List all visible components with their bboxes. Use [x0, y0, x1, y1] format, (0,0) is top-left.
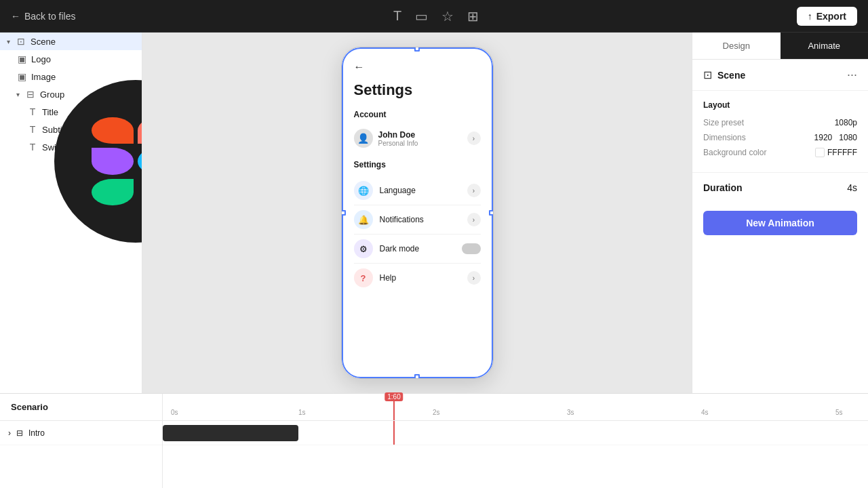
- phone-account-section: Account 👤 John Doe Personal Info ›: [354, 110, 481, 150]
- phone-list-item-language[interactable]: 🌐 Language ›: [354, 176, 481, 205]
- layer-label: Title: [42, 107, 58, 117]
- account-info: John Doe Personal Info: [378, 130, 462, 147]
- timeline-tracks: › ⊟ Intro: [0, 421, 868, 488]
- dimensions-label: Dimensions: [703, 133, 814, 142]
- scene-more-button[interactable]: ···: [847, 68, 857, 82]
- handle-top-right[interactable]: [489, 47, 494, 52]
- size-preset-row: Size preset 1080p: [703, 118, 857, 127]
- phone-back-arrow[interactable]: ←: [354, 61, 481, 73]
- export-button[interactable]: ↑ Export: [797, 7, 857, 26]
- timeline: Scenario 0s 1s 2s 3s 4s 5s 1:60 › ⊟ Intr…: [0, 393, 868, 488]
- right-panel: Design Animate ⊡ Scene ··· Layout Size p…: [692, 33, 868, 393]
- title-layer-icon: T: [27, 106, 38, 117]
- ruler-3s: 3s: [567, 409, 574, 416]
- duration-value: 4s: [847, 182, 857, 193]
- left-panel: ▾ ⊡ Scene ▣ Logo ▣ Image ▾ ⊟ Group T Tit…: [0, 33, 142, 393]
- back-label: Back to files: [24, 11, 75, 22]
- bg-color-value: FFFFFF: [827, 148, 857, 157]
- darkmode-label: Dark mode: [380, 244, 455, 253]
- account-sub: Personal Info: [378, 140, 462, 147]
- figma-logo: [92, 117, 142, 205]
- track-block-intro[interactable]: [163, 425, 298, 441]
- account-name: John Doe: [378, 130, 462, 140]
- export-label: Export: [816, 11, 846, 22]
- layout-section-title: Layout: [703, 100, 857, 110]
- dimension-height: 1080: [839, 133, 857, 142]
- ruler-5s: 5s: [835, 409, 843, 416]
- phone-list-item-darkmode[interactable]: ⚙ Dark mode: [354, 235, 481, 264]
- ruler-4s: 4s: [701, 409, 709, 416]
- track-group-icon: ⊟: [16, 428, 23, 438]
- figma-bot-left-shape: [92, 179, 134, 205]
- layer-label: Scene: [31, 37, 56, 47]
- figma-f-shape: [92, 117, 134, 144]
- help-label: Help: [380, 273, 460, 283]
- language-label: Language: [380, 186, 460, 195]
- phone-inner: ← Settings Account 👤 John Doe Personal I…: [342, 47, 493, 378]
- panel-scene-header: ⊡ Scene ···: [692, 60, 868, 91]
- layer-label: Logo: [31, 54, 51, 64]
- phone-title: Settings: [354, 81, 481, 99]
- help-icon: ?: [354, 268, 373, 287]
- track-labels: › ⊟ Intro: [0, 421, 163, 488]
- export-icon: ↑: [808, 11, 812, 22]
- phone-settings-section: Settings 🌐 Language › 🔔 Notifications ›: [354, 160, 481, 292]
- track-name: Intro: [28, 428, 45, 438]
- panel-content: ⊡ Scene ··· Layout Size preset 1080p Dim…: [692, 60, 868, 393]
- playhead[interactable]: 1:60: [393, 394, 395, 420]
- track-label-intro[interactable]: › ⊟ Intro: [0, 421, 162, 445]
- size-preset-label: Size preset: [703, 118, 835, 127]
- scene-panel-icon: ⊡: [703, 68, 712, 81]
- group-layer-icon: ⊟: [25, 89, 36, 100]
- new-animation-button[interactable]: New Animation: [703, 211, 857, 235]
- account-row: 👤 John Doe Personal Info ›: [354, 126, 481, 150]
- tab-design[interactable]: Design: [692, 33, 781, 59]
- image-tool-button[interactable]: ⊞: [467, 8, 479, 24]
- size-preset-value: 1080p: [835, 118, 857, 127]
- back-to-files-button[interactable]: ← Back to files: [11, 11, 75, 22]
- rect-tool-button[interactable]: ▭: [415, 8, 428, 24]
- handle-bottom-right[interactable]: [489, 374, 494, 379]
- color-swatch: [815, 148, 825, 157]
- text-tool-button[interactable]: T: [393, 8, 401, 24]
- layout-section: Layout Size preset 1080p Dimensions 1920…: [692, 91, 868, 173]
- scene-panel-title: Scene: [717, 70, 842, 81]
- layer-logo[interactable]: ▣ Logo: [0, 50, 142, 68]
- image-layer-icon: ▣: [16, 71, 27, 82]
- duration-row: Duration 4s: [692, 173, 868, 203]
- scene-layer-icon: ⊡: [16, 36, 26, 47]
- phone-wrapper: ← Settings Account 👤 John Doe Personal I…: [341, 47, 494, 379]
- star-tool-button[interactable]: ☆: [441, 8, 454, 24]
- tab-animate[interactable]: Animate: [781, 33, 869, 59]
- phone-list-item-help[interactable]: ? Help ›: [354, 264, 481, 292]
- layer-label: Image: [31, 72, 56, 82]
- ruler-0s: 0s: [171, 409, 178, 416]
- toolbar-center: T ▭ ☆ ⊞: [83, 8, 788, 24]
- swipe-layer-icon: T: [27, 142, 38, 152]
- bg-color-label: Background color: [703, 148, 815, 157]
- track-expand-icon: ›: [8, 428, 11, 438]
- bg-color-row: Background color FFFFFF: [703, 148, 857, 157]
- figma-mid-left-shape: [92, 148, 134, 174]
- panel-tabs: Design Animate: [692, 33, 868, 60]
- chevron-icon: ▾: [16, 91, 20, 98]
- dimensions-row: Dimensions 1920 1080: [703, 133, 857, 142]
- layer-scene[interactable]: ▾ ⊡ Scene: [0, 33, 142, 50]
- back-arrow-icon: ←: [11, 11, 20, 22]
- figma-mid-right-shape: [138, 148, 142, 174]
- handle-bottom-left[interactable]: [341, 374, 346, 379]
- dimensions-values: 1920 1080: [814, 133, 857, 142]
- account-section-label: Account: [354, 110, 481, 119]
- notifications-arrow: ›: [467, 213, 481, 226]
- help-arrow: ›: [467, 271, 481, 285]
- playhead-label: 1:60: [384, 392, 403, 401]
- dimension-width: 1920: [814, 133, 833, 142]
- handle-top-left[interactable]: [341, 47, 346, 52]
- notifications-icon: 🔔: [354, 210, 373, 229]
- phone-list-item-notifications[interactable]: 🔔 Notifications ›: [354, 205, 481, 235]
- notifications-label: Notifications: [380, 215, 460, 224]
- darkmode-toggle[interactable]: [462, 243, 481, 254]
- subtitle-layer-icon: T: [27, 124, 38, 135]
- language-icon: 🌐: [354, 181, 373, 200]
- layer-label: Group: [40, 89, 64, 100]
